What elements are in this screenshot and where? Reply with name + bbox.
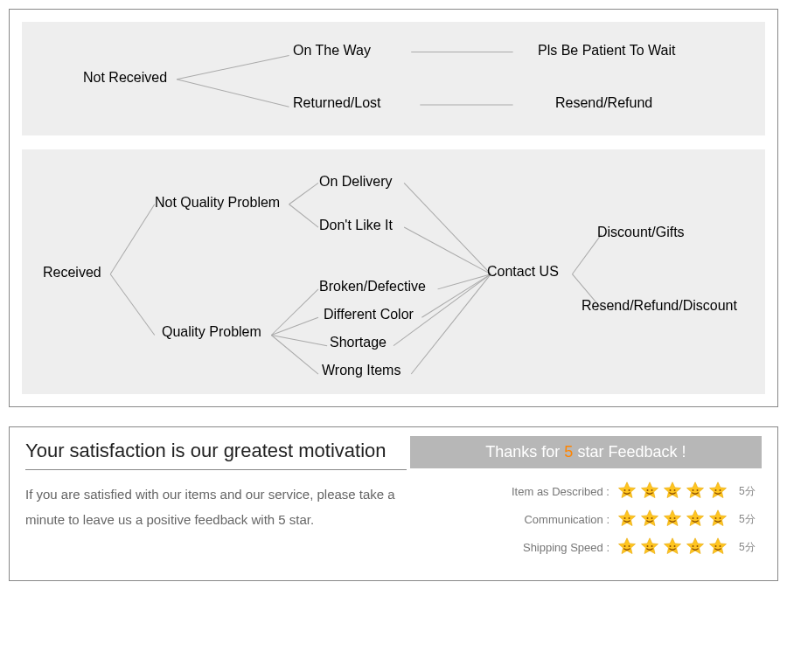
- svg-point-26: [693, 489, 694, 491]
- rating-row: Communication :: [410, 509, 762, 530]
- svg-point-32: [647, 517, 649, 519]
- svg-line-7: [289, 204, 318, 227]
- star-icon: [662, 537, 683, 558]
- node-contact-us: Contact US: [487, 264, 559, 280]
- svg-point-42: [647, 545, 649, 547]
- svg-line-6: [289, 183, 318, 204]
- star-icon: [639, 481, 660, 502]
- ratings-list: Item as Described :: [410, 481, 762, 558]
- star-icon: [685, 509, 706, 530]
- svg-point-45: [674, 545, 676, 547]
- svg-point-31: [629, 517, 630, 519]
- star-icon: [639, 537, 660, 558]
- svg-point-23: [651, 489, 653, 491]
- rating-score: 5分: [739, 540, 762, 555]
- rating-row: Item as Described :: [410, 481, 762, 502]
- svg-line-0: [177, 55, 289, 79]
- node-resend-refund-discount: Resend/Refund/Discount: [582, 298, 737, 314]
- svg-line-14: [438, 274, 491, 289]
- thanks-banner: Thanks for 5 star Feedback !: [410, 436, 762, 468]
- svg-point-30: [624, 517, 626, 519]
- svg-point-37: [697, 517, 699, 519]
- node-discount-gifts: Discount/Gifts: [597, 225, 685, 240]
- star-icon: [707, 537, 728, 558]
- star-icon: [662, 481, 683, 502]
- node-patient-wait: Pls Be Patient To Wait: [538, 43, 675, 59]
- feedback-body: If you are satisfied with our items and …: [25, 482, 407, 532]
- svg-line-1: [177, 80, 289, 107]
- star-icon: [707, 481, 728, 502]
- svg-line-12: [404, 183, 491, 274]
- svg-point-49: [720, 545, 721, 547]
- svg-point-44: [670, 545, 672, 547]
- node-returned-lost: Returned/Lost: [293, 95, 381, 111]
- svg-point-27: [697, 489, 699, 491]
- star-icon: [685, 481, 706, 502]
- svg-line-13: [404, 227, 491, 274]
- svg-point-36: [693, 517, 694, 519]
- svg-point-40: [624, 545, 626, 547]
- rating-score: 5分: [739, 512, 762, 527]
- star-icon: [616, 481, 637, 502]
- rating-label: Shipping Speed :: [523, 541, 609, 554]
- svg-point-21: [629, 489, 630, 491]
- star-icon: [662, 509, 683, 530]
- svg-point-38: [715, 517, 717, 519]
- thanks-number: 5: [564, 443, 573, 461]
- rating-stars: [616, 537, 728, 558]
- rating-label: Communication :: [524, 513, 609, 526]
- svg-point-34: [670, 517, 672, 519]
- svg-line-15: [421, 274, 491, 318]
- node-received: Received: [43, 265, 101, 281]
- node-wrong-items: Wrong Items: [322, 363, 400, 378]
- star-icon: [616, 537, 637, 558]
- svg-point-39: [720, 517, 721, 519]
- node-different-color: Different Color: [324, 307, 414, 322]
- svg-point-33: [651, 517, 653, 519]
- node-broken-defective: Broken/Defective: [319, 279, 426, 294]
- diagram-received: Received Not Quality Problem Quality Pro…: [22, 149, 765, 394]
- feedback-right: Thanks for 5 star Feedback ! Item as Des…: [410, 436, 762, 565]
- svg-point-20: [624, 489, 626, 491]
- svg-line-11: [271, 335, 318, 374]
- rating-label: Item as Described :: [512, 485, 609, 498]
- rating-stars: [616, 481, 728, 502]
- svg-point-29: [720, 489, 721, 491]
- svg-line-8: [271, 289, 318, 336]
- connector-lines: [22, 149, 765, 397]
- thanks-prefix: Thanks for: [485, 443, 564, 461]
- star-icon: [639, 509, 660, 530]
- svg-point-48: [715, 545, 717, 547]
- star-icon: [707, 509, 728, 530]
- svg-line-4: [110, 204, 155, 274]
- svg-point-35: [674, 517, 676, 519]
- node-on-delivery: On Delivery: [319, 174, 393, 190]
- rating-row: Shipping Speed :: [410, 537, 762, 558]
- svg-point-41: [629, 545, 630, 547]
- star-icon: [685, 537, 706, 558]
- diagram-not-received: Not Received On The Way Returned/Lost Pl…: [22, 22, 765, 135]
- rating-score: 5分: [739, 484, 762, 499]
- svg-point-22: [647, 489, 649, 491]
- node-dont-like-it: Don't Like It: [319, 218, 393, 233]
- node-not-received: Not Received: [83, 70, 167, 86]
- node-shortage: Shortage: [330, 335, 387, 350]
- svg-point-24: [670, 489, 672, 491]
- svg-line-10: [271, 335, 327, 345]
- svg-line-9: [271, 317, 318, 335]
- svg-point-46: [693, 545, 694, 547]
- node-quality-problem: Quality Problem: [162, 324, 261, 340]
- svg-point-43: [651, 545, 653, 547]
- node-resend-refund: Resend/Refund: [555, 95, 652, 111]
- feedback-title: Your satisfaction is our greatest motiva…: [25, 436, 407, 470]
- feedback-left: Your satisfaction is our greatest motiva…: [25, 436, 407, 565]
- star-icon: [616, 509, 637, 530]
- svg-point-47: [697, 545, 699, 547]
- svg-point-25: [674, 489, 676, 491]
- flow-panel: Not Received On The Way Returned/Lost Pl…: [9, 9, 778, 407]
- node-not-quality-problem: Not Quality Problem: [155, 195, 280, 211]
- rating-stars: [616, 509, 728, 530]
- feedback-panel: Your satisfaction is our greatest motiva…: [9, 426, 778, 581]
- node-on-the-way: On The Way: [293, 43, 371, 59]
- thanks-suffix: star Feedback !: [573, 443, 686, 461]
